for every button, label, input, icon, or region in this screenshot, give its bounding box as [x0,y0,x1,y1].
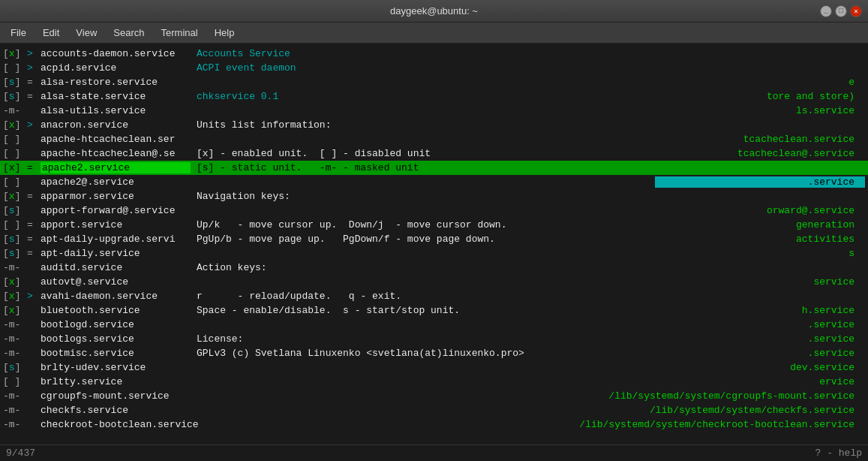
service-name: apport-forward@.service [41,205,191,216]
service-name: apache-htcacheclean.ser [41,134,191,145]
table-row: -m- checkroot-bootclean.service/lib/syst… [0,417,868,432]
menu-file[interactable]: File [3,26,34,40]
service-name: cgroupfs-mount.service [41,390,191,402]
status-indicator: [ ] [3,148,27,159]
service-name: accounts-daemon.service [41,48,191,59]
service-desc: PgUp/b - move page up. PgDown/f - move p… [197,234,796,245]
status-indicator: [ ] [3,134,27,145]
table-row: -m- cgroupfs-mount.service/lib/systemd/s… [0,389,868,403]
right-col: /lib/systemd/system/checkfs.service [650,405,865,416]
table-row: [s] brlty-udev.servicedev.service [0,360,868,375]
right-col: .service [808,333,865,345]
status-indicator: [x] [3,119,27,131]
service-name: auditd.service [41,262,191,273]
maximize-button[interactable]: □ [835,5,847,17]
status-indicator: -m- [3,390,27,402]
menu-edit[interactable]: Edit [35,26,67,40]
right-col: .service [655,176,865,188]
status-indicator: [s] [3,77,27,88]
titlebar: daygeek@ubuntu: ~ _ □ ✕ [0,0,868,23]
table-row: [x]>avahi-daemon.servicer - reload/updat… [0,289,868,303]
right-col: e [848,77,865,88]
table-row: [ ]>acpid.serviceACPI event daemon [0,61,868,75]
status-indicator: [s] [3,234,27,245]
service-desc: Up/k - move cursor up. Down/j - move cur… [197,219,796,230]
table-row: -m- bootmisc.serviceGPLv3 (c) Svetlana L… [0,346,868,360]
service-name: acpid.service [41,62,191,74]
service-desc: Action keys: [197,262,865,273]
status-indicator: [x] [3,291,27,302]
menubar: File Edit View Search Terminal Help [0,23,868,44]
right-col: .service [808,348,865,359]
table-row: [ ]=apport.serviceUp/k - move cursor up.… [0,218,868,232]
service-name: bootmisc.service [41,348,191,359]
right-col: s [848,248,865,259]
right-col: service [813,276,865,288]
relation-indicator: > [27,119,41,131]
right-col: /lib/systemd/system/cgroupfs-mount.servi… [608,390,865,402]
service-name: bluetooth.service [41,305,191,316]
table-row: [ ] apache-htcacheclean.sertcacheclean.s… [0,132,868,146]
terminal: [x]>accounts-daemon.serviceAccounts Serv… [0,44,868,461]
relation-indicator: = [27,234,41,245]
menu-help[interactable]: Help [207,26,242,40]
service-desc: License: [197,333,808,345]
terminal-content[interactable]: [x]>accounts-daemon.serviceAccounts Serv… [0,44,868,444]
status-indicator: [s] [3,91,27,102]
service-name: alsa-utils.service [41,105,191,116]
status-indicator: -m- [3,105,27,116]
table-row: -m- bootlogd.service.service [0,318,868,332]
relation-indicator: = [27,219,41,230]
table-row: [x]=apparmor.serviceNavigation keys: [0,189,868,203]
close-button[interactable]: ✕ [850,5,862,17]
titlebar-title: daygeek@ubuntu: ~ [390,5,478,17]
right-col: /lib/systemd/system/checkroot-bootclean.… [579,419,865,430]
status-indicator: [s] [3,248,27,259]
table-row: [s]=alsa-restore.servicee [0,75,868,89]
service-desc: Navigation keys: [197,191,865,202]
status-indicator: -m- [3,348,27,359]
relation-indicator: > [27,62,41,74]
menu-view[interactable]: View [68,26,104,40]
relation-indicator [27,419,41,430]
status-indicator: [x] [3,191,27,202]
right-col: ervice [819,376,865,387]
service-name: apache-htcacheclean@.se [41,148,191,159]
service-name: bootlogs.service [41,333,191,345]
right-col: ls.service [796,105,865,116]
relation-indicator [27,405,41,416]
menu-terminal[interactable]: Terminal [154,26,206,40]
service-desc: [s] - static unit. -m- - masked unit [197,162,865,173]
status-indicator: -m- [3,319,27,330]
status-indicator: -m- [3,419,27,430]
table-row: [ ] apache-htcacheclean@.se[x] - enabled… [0,146,868,161]
right-col: tcacheclean@.service [737,148,865,159]
relation-indicator: = [27,91,41,102]
service-name: anacron.service [41,119,191,131]
service-name: alsa-restore.service [41,77,191,88]
minimize-button[interactable]: _ [820,5,832,17]
service-desc: Accounts Service [197,48,865,59]
status-indicator: [x] [3,48,27,59]
relation-indicator [27,348,41,359]
right-col: tore and store) [767,91,865,102]
relation-indicator [27,262,41,273]
service-name: checkfs.service [41,405,191,416]
table-row: [x]>anacron.serviceUnits list informatio… [0,118,868,132]
status-indicator: [x] [3,305,27,316]
menu-search[interactable]: Search [106,26,152,40]
service-name: bootlogd.service [41,319,191,330]
relation-indicator [27,376,41,387]
right-col: orward@.service [767,205,865,216]
service-name: brlty-udev.service [41,362,191,373]
right-col: activities [796,234,865,245]
statusbar: 9/437 ? - help [0,444,868,461]
service-name: brltty.service [41,376,191,387]
table-row: [ ] brltty.serviceervice [0,375,868,389]
statusbar-help: ? - help [815,447,862,459]
service-name: apt-daily-upgrade.servi [41,234,191,245]
relation-indicator [27,319,41,330]
service-desc: GPLv3 (c) Svetlana Linuxenko <svetlana(a… [197,348,808,359]
titlebar-buttons: _ □ ✕ [820,5,862,17]
relation-indicator [27,333,41,345]
